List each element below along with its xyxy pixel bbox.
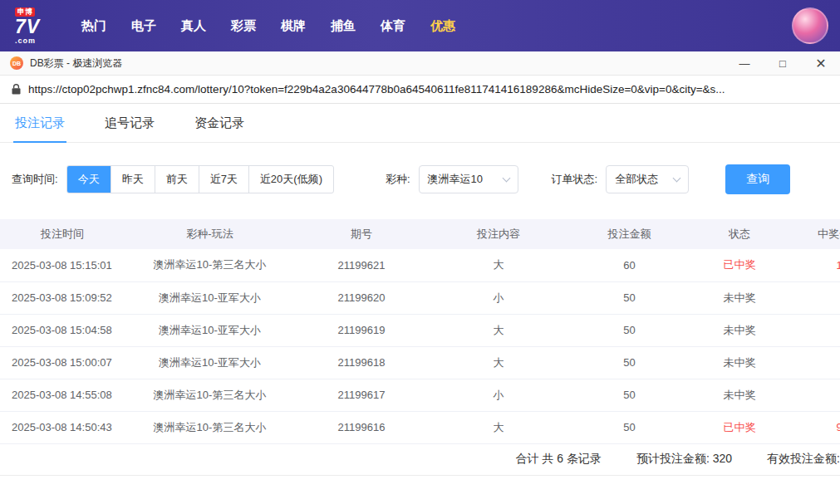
time-filter-label: 查询时间:	[12, 172, 58, 187]
user-avatar[interactable]	[792, 7, 828, 44]
issue-cell: 21199617	[295, 379, 428, 411]
col-header-status: 状态	[690, 219, 789, 249]
bet-amount-cell: 50	[569, 314, 690, 346]
window-title: DB彩票 - 极速浏览器	[30, 56, 122, 71]
url-text: https://ctop02pchwp1.zfnc84.com/lottery/…	[28, 83, 725, 95]
win-amount-cell: 1	[789, 249, 840, 281]
col-header-win-amount: 中奖金额	[789, 219, 840, 249]
bet-content-cell: 大	[428, 411, 569, 443]
time-option-7days[interactable]: 近7天	[199, 166, 248, 193]
nav-item-live[interactable]: 真人	[181, 18, 206, 34]
bet-time-cell: 2025-03-08 15:04:58	[0, 314, 125, 346]
win-amount-cell	[789, 346, 840, 379]
time-option-20days[interactable]: 近20天(低频)	[248, 166, 333, 193]
browser-url-bar[interactable]: https://ctop02pchwp1.zfnc84.com/lottery/…	[0, 76, 840, 104]
col-header-issue: 期号	[295, 219, 428, 249]
issue-cell: 21199621	[295, 249, 428, 281]
table-row: 2025-03-08 15:09:52 澳洲幸运10-亚军大小 21199620…	[0, 281, 840, 314]
win-amount-cell: 9	[789, 411, 840, 443]
nav-item-chess[interactable]: 棋牌	[281, 18, 306, 34]
site-favicon-icon: DB	[10, 56, 23, 70]
game-type-cell: 澳洲幸运10-第三名大小	[125, 379, 295, 411]
bet-content-cell: 大	[428, 249, 569, 281]
logo-badge: 申博	[15, 7, 35, 17]
table-header: 投注时间 彩种-玩法 期号 投注内容 投注金额 状态 中奖金额	[0, 219, 840, 249]
bet-time-cell: 2025-03-08 15:09:52	[0, 281, 125, 314]
bet-records-table: 投注时间 彩种-玩法 期号 投注内容 投注金额 状态 中奖金额 2025-03-…	[0, 219, 840, 444]
table-row: 2025-03-08 15:00:07 澳洲幸运10-亚军大小 21199618…	[0, 346, 840, 379]
table-row: 2025-03-08 14:55:08 澳洲幸运10-第三名大小 2119961…	[0, 379, 840, 411]
bet-content-cell: 小	[428, 281, 569, 314]
expected-amount-label: 预计投注金额:	[636, 452, 710, 465]
filter-bar: 查询时间: 今天 昨天 前天 近7天 近20天(低频) 彩种: 澳洲幸运10 订…	[0, 143, 840, 219]
top-nav-bar: 申博 7V .com 热门 电子 真人 彩票 棋牌 捕鱼 体育 优惠	[0, 0, 840, 51]
game-type-cell: 澳洲幸运10-亚军大小	[125, 314, 295, 346]
time-option-yesterday[interactable]: 昨天	[111, 166, 155, 193]
lottery-select[interactable]: 澳洲幸运10	[419, 165, 518, 193]
app-window: 申博 7V .com 热门 电子 真人 彩票 棋牌 捕鱼 体育 优惠 DB DB…	[0, 0, 840, 504]
col-header-bet-time: 投注时间	[0, 219, 125, 249]
chevron-down-icon	[502, 174, 510, 182]
nav-item-hot[interactable]: 热门	[81, 18, 106, 34]
time-option-daybefore[interactable]: 前天	[155, 166, 199, 193]
table-row: 2025-03-08 14:50:43 澳洲幸运10-第三名大小 2119961…	[0, 411, 840, 443]
game-type-cell: 澳洲幸运10-第三名大小	[125, 411, 295, 443]
expected-amount-value: 320	[713, 452, 732, 465]
lottery-select-label: 彩种:	[386, 172, 410, 187]
bet-content-cell: 大	[428, 314, 569, 346]
game-type-cell: 澳洲幸运10-亚军大小	[125, 346, 295, 379]
maximize-icon[interactable]: □	[764, 51, 802, 75]
nav-item-fishing[interactable]: 捕鱼	[331, 18, 356, 34]
logo-suffix-text: .com	[15, 37, 70, 45]
logo-main-text: 7V	[15, 17, 70, 37]
bet-table-body: 2025-03-08 15:15:01 澳洲幸运10-第三名大小 2119962…	[0, 249, 840, 443]
issue-cell: 21199618	[295, 346, 428, 379]
browser-title-bar: DB DB彩票 - 极速浏览器 — □ ✕	[0, 51, 840, 76]
col-header-bet-content: 投注内容	[428, 219, 569, 249]
bet-time-cell: 2025-03-08 15:15:01	[0, 249, 125, 281]
main-nav: 热门 电子 真人 彩票 棋牌 捕鱼 体育 优惠	[81, 18, 455, 34]
game-type-cell: 澳洲幸运10-亚军大小	[125, 281, 295, 314]
tab-fund-records[interactable]: 资金记录	[193, 104, 246, 142]
bet-content-cell: 大	[428, 346, 569, 379]
status-cell: 已中奖	[690, 249, 789, 281]
summary-bar: 合计 共 6 条记录 预计投注金额: 320 有效投注金额:	[0, 444, 840, 476]
bet-amount-cell: 50	[569, 411, 690, 443]
expected-amount-text: 预计投注金额: 320	[636, 452, 732, 467]
status-cell: 未中奖	[690, 281, 789, 314]
chevron-down-icon	[673, 174, 681, 182]
nav-item-lottery[interactable]: 彩票	[231, 18, 256, 34]
window-controls: — □ ✕	[725, 51, 840, 75]
site-logo[interactable]: 申博 7V .com	[15, 7, 70, 45]
nav-item-promo[interactable]: 优惠	[430, 18, 455, 34]
valid-amount-label: 有效投注金额:	[767, 452, 840, 467]
time-option-today[interactable]: 今天	[67, 166, 111, 193]
order-status-value: 全部状态	[615, 172, 658, 187]
table-row: 2025-03-08 15:15:01 澳洲幸运10-第三名大小 2119962…	[0, 249, 840, 281]
nav-item-electronic[interactable]: 电子	[131, 18, 156, 34]
tab-bet-records[interactable]: 投注记录	[13, 104, 66, 142]
tab-chase-records[interactable]: 追号记录	[103, 104, 156, 142]
total-records-text: 合计 共 6 条记录	[516, 452, 602, 467]
order-status-select[interactable]: 全部状态	[606, 165, 689, 193]
bet-amount-cell: 50	[569, 379, 690, 411]
game-type-cell: 澳洲幸运10-第三名大小	[125, 249, 295, 281]
win-amount-cell	[789, 314, 840, 346]
record-tabs: 投注记录 追号记录 资金记录	[0, 104, 840, 143]
issue-cell: 21199619	[295, 314, 428, 346]
col-header-bet-amount: 投注金额	[569, 219, 690, 249]
time-filter-group: 今天 昨天 前天 近7天 近20天(低频)	[66, 165, 334, 193]
status-select-label: 订单状态:	[552, 172, 598, 187]
close-icon[interactable]: ✕	[802, 51, 840, 75]
nav-item-sports[interactable]: 体育	[381, 18, 405, 34]
table-row: 2025-03-08 15:04:58 澳洲幸运10-亚军大小 21199619…	[0, 314, 840, 346]
win-amount-cell	[789, 379, 840, 411]
bet-time-cell: 2025-03-08 14:50:43	[0, 411, 125, 443]
minimize-icon[interactable]: —	[725, 51, 764, 75]
bet-amount-cell: 50	[569, 281, 690, 314]
issue-cell: 21199620	[295, 281, 428, 314]
win-amount-cell	[789, 281, 840, 314]
search-button[interactable]: 查询	[725, 164, 790, 194]
bet-time-cell: 2025-03-08 15:00:07	[0, 346, 125, 379]
status-cell: 未中奖	[690, 379, 789, 411]
